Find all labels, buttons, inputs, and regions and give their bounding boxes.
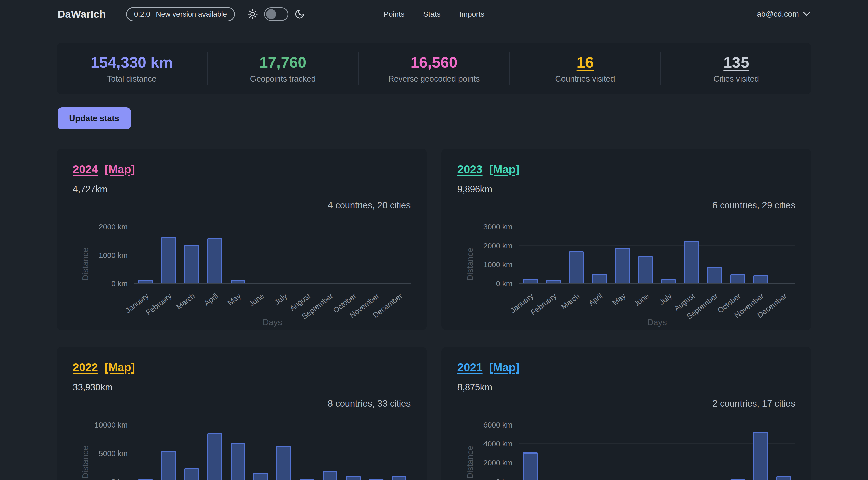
bar-slot [318,425,341,480]
stat-label: Geopoints tracked [208,74,358,84]
year-distance: 4,727km [73,184,411,195]
version-number: 0.2.0 [134,10,151,19]
year-card-2021: 2021 [Map] 8,875km 2 countries, 17 citie… [441,347,812,480]
y-axis-ticks: 0 km1000 km2000 km [73,227,128,284]
countries-visited-link[interactable]: 16 [510,54,660,71]
distance-bar [592,274,607,283]
bar-slot [134,425,157,480]
month-slot: April [203,288,226,316]
bar-slot [565,227,588,283]
bar-slot [157,425,180,480]
theme-toggle[interactable] [264,7,288,21]
stat-geopoints: 17,760 Geopoints tracked [207,53,358,85]
map-link[interactable]: [Map] [104,163,135,176]
distance-bar [684,241,699,283]
year-link[interactable]: 2021 [458,361,483,374]
month-label: June [247,291,266,309]
year-card-2022: 2022 [Map] 33,930km 8 countries, 33 citi… [57,347,427,480]
update-stats-button[interactable]: Update stats [58,107,131,129]
map-link[interactable]: [Map] [489,361,520,374]
bar-slot [565,425,588,480]
account-email: ab@cd.com [757,9,799,19]
y-tick-label: 0 km [111,279,128,288]
distance-bar [184,245,199,283]
month-slot: June [249,288,272,316]
y-tick-label: 2000 km [483,242,512,250]
y-tick-label: 1000 km [483,260,512,269]
bar-slot [342,425,365,480]
app-logo[interactable]: DaWarIch [58,8,106,20]
bar-slot [588,227,611,283]
bar-slot [342,227,365,283]
stat-label: Total distance [57,74,207,84]
month-label: June [632,291,650,309]
bar-slot [657,227,680,283]
year-summary: 8 countries, 33 cities [73,398,411,409]
stat-cities-visited: 135 Cities visited [660,53,811,85]
cities-visited-link[interactable]: 135 [661,54,811,71]
year-distance: 33,930km [73,382,411,393]
plot-area[interactable] [519,425,796,480]
distance-bar [638,256,653,283]
year-link[interactable]: 2022 [73,361,98,374]
distance-bar [161,451,176,480]
plot-area[interactable] [134,425,411,480]
x-axis-title: Days [134,317,411,327]
bar-slot [296,227,318,283]
month-slot: December [388,288,410,316]
card-title-row: 2021 [Map] [458,361,796,374]
stat-label: Cities visited [661,74,811,84]
bar-slot [365,227,388,283]
distance-bar [346,476,360,480]
bar-slot [318,227,341,283]
version-badge[interactable]: 0.2.0 New version available [126,7,235,22]
distance-chart: Distance 0 km1000 km2000 km JanuaryFebru… [73,219,411,328]
map-link[interactable]: [Map] [104,361,135,374]
bars [134,227,411,283]
y-tick-label: 4000 km [483,440,512,448]
stat-label: Reverse geocoded points [359,74,509,84]
distance-bar [207,238,222,283]
plot-area[interactable] [519,227,796,284]
distance-bar [253,473,268,480]
bar-slot [749,227,772,283]
distance-bar [707,267,722,283]
y-tick-label: 6000 km [483,421,512,429]
map-link[interactable]: [Map] [489,163,520,176]
bar-slot [726,425,749,480]
year-link[interactable]: 2024 [73,163,98,176]
plot-area[interactable] [134,227,411,284]
y-axis-ticks: 0 km2000 km4000 km6000 km [458,425,513,480]
month-slot: February [157,288,180,316]
distance-chart: Distance 0 km1000 km2000 km3000 km Janua… [458,219,796,328]
bar-slot [249,227,272,283]
nav-stats[interactable]: Stats [423,10,440,19]
distance-bar [184,469,199,480]
nav-points[interactable]: Points [383,10,404,19]
x-axis-labels: JanuaryFebruaryMarchAprilMayJuneJulyAugu… [134,288,411,316]
y-tick-label: 5000 km [99,449,128,458]
y-tick-label: 2000 km [483,458,512,467]
card-title-row: 2024 [Map] [73,163,411,176]
account-menu[interactable]: ab@cd.com [757,9,810,19]
main-nav: Points Stats Imports [383,10,485,19]
distance-bar [546,280,560,283]
x-axis-title: Days [519,317,796,327]
bar-slot [180,425,203,480]
month-label: July [657,291,673,307]
distance-bar [230,443,245,480]
month-slot: December [772,288,795,316]
bar-slot [611,425,634,480]
year-distance: 9,896km [458,184,796,195]
bar-slot [542,425,565,480]
bar-slot [519,227,542,283]
stat-value: 16,560 [359,54,509,71]
bar-slot [519,425,542,480]
stat-reverse-geocoded: 16,560 Reverse geocoded points [358,53,509,85]
year-summary: 4 countries, 20 cities [73,200,411,211]
bar-slot [203,227,226,283]
theme-switcher [247,7,305,21]
year-link[interactable]: 2023 [458,163,483,176]
bar-slot [772,227,795,283]
nav-imports[interactable]: Imports [459,10,485,19]
